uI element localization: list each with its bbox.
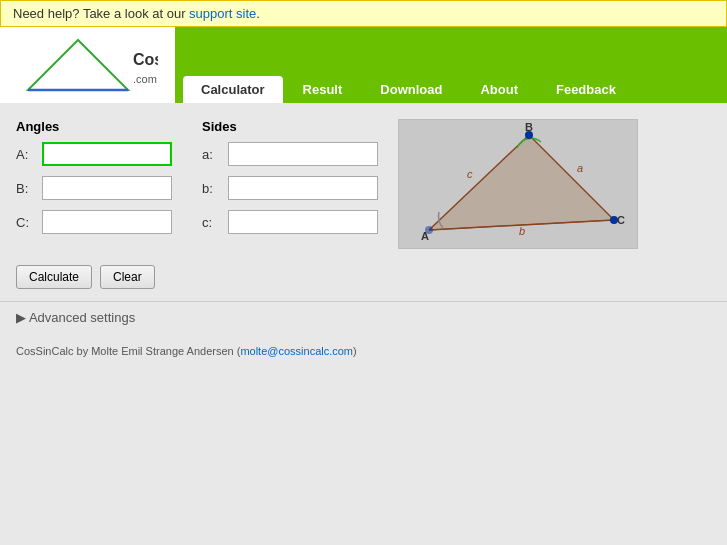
side-a-input[interactable] <box>228 142 378 166</box>
angle-c-input[interactable] <box>42 210 172 234</box>
svg-marker-0 <box>28 40 128 90</box>
svg-text:CosSinCalc: CosSinCalc <box>133 51 158 68</box>
angle-b-label: B: <box>16 181 36 196</box>
header: CosSinCalc .com Calculator Result Downlo… <box>0 27 727 103</box>
side-b-row: b: <box>202 176 378 200</box>
footer-text: CosSinCalc by Molte Emil Strange Anderse… <box>16 345 240 357</box>
columns-wrapper: Angles A: B: C: Sides <box>16 119 378 244</box>
angle-a-row: A: <box>16 142 172 166</box>
advanced-settings-toggle[interactable]: ▶ Advanced settings <box>0 301 727 333</box>
svg-text:A: A <box>421 230 429 242</box>
tab-result[interactable]: Result <box>285 76 361 103</box>
side-c-label: c: <box>202 215 222 230</box>
angles-column: Angles A: B: C: <box>16 119 172 244</box>
side-a-label: a: <box>202 147 222 162</box>
form-area: Angles A: B: C: Sides <box>16 119 378 249</box>
clear-button[interactable]: Clear <box>100 265 155 289</box>
footer: CosSinCalc by Molte Emil Strange Anderse… <box>0 333 727 365</box>
svg-text:a: a <box>577 162 583 174</box>
tab-download[interactable]: Download <box>362 76 460 103</box>
side-c-input[interactable] <box>228 210 378 234</box>
sides-title: Sides <box>202 119 378 134</box>
triangle-diagram: B A C a b c <box>398 119 638 249</box>
angle-c-label: C: <box>16 215 36 230</box>
svg-text:C: C <box>617 214 625 226</box>
triangle-svg: B A C a b c <box>399 120 638 249</box>
sides-column: Sides a: b: c: <box>202 119 378 244</box>
angle-b-row: B: <box>16 176 172 200</box>
angles-title: Angles <box>16 119 172 134</box>
side-a-row: a: <box>202 142 378 166</box>
logo-svg: CosSinCalc .com <box>18 35 158 95</box>
support-link[interactable]: support site <box>189 6 256 21</box>
tab-feedback[interactable]: Feedback <box>538 76 634 103</box>
angle-b-input[interactable] <box>42 176 172 200</box>
main-content: Angles A: B: C: Sides <box>0 103 727 365</box>
footer-text-end: ) <box>353 345 357 357</box>
buttons-row: Calculate Clear <box>0 257 727 301</box>
calculate-button[interactable]: Calculate <box>16 265 92 289</box>
footer-email-link[interactable]: molte@cossincalc.com <box>240 345 353 357</box>
tab-calculator[interactable]: Calculator <box>183 76 283 103</box>
angle-c-row: C: <box>16 210 172 234</box>
side-b-input[interactable] <box>228 176 378 200</box>
notification-text: Need help? Take a look at our <box>13 6 189 21</box>
svg-text:B: B <box>525 121 533 133</box>
angle-a-input[interactable] <box>42 142 172 166</box>
nav-tabs: Calculator Result Download About Feedbac… <box>175 27 642 103</box>
svg-text:c: c <box>467 168 473 180</box>
angle-a-label: A: <box>16 147 36 162</box>
tab-about[interactable]: About <box>462 76 536 103</box>
calculator-area: Angles A: B: C: Sides <box>0 103 727 257</box>
notification-text-after: . <box>256 6 260 21</box>
svg-text:b: b <box>519 225 525 237</box>
svg-text:.com: .com <box>133 73 157 85</box>
logo-area: CosSinCalc .com <box>0 27 175 103</box>
side-c-row: c: <box>202 210 378 234</box>
notification-bar: Need help? Take a look at our support si… <box>0 0 727 27</box>
side-b-label: b: <box>202 181 222 196</box>
